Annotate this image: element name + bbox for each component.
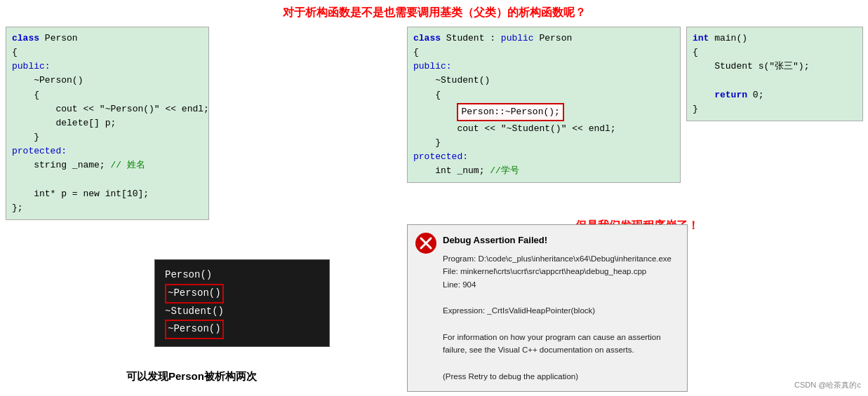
dialog-info: For information on how your program can … [443,331,677,357]
dialog-line: Line: 904 [443,278,677,291]
dialog-title: Debug Assertion Failed! [443,233,677,248]
error-icon [415,232,437,254]
watermark: CSDN @哈茶真的c [794,380,861,390]
caption-double-destruct: 可以发现Person被析构两次 [126,370,257,383]
dialog-program: Program: D:\code\c_plus\inheritance\x64\… [443,252,677,265]
code-block-person: class Person { public: ~Person() { cout … [6,27,209,220]
dialog-file: File: minkernel\crts\ucrt\src\appcrt\hea… [443,265,677,278]
code-block-student: class Student : public Person { public: … [407,27,681,183]
dialog-press: (Press Retry to debug the application) [443,370,677,383]
terminal-output: Person() ~Person() ~Student() ~Person() [154,259,330,347]
top-question: 对于析构函数是不是也需要调用基类（父类）的析构函数呢？ [0,6,868,20]
code-block-main: int main() { Student s("张三"); return 0; … [686,27,863,121]
main-container: 对于析构函数是不是也需要调用基类（父类）的析构函数呢？ class Person… [0,0,868,396]
debug-dialog: Debug Assertion Failed! Program: D:\code… [407,224,688,392]
dialog-expression: Expression: _CrtIsValidHeapPointer(block… [443,304,677,317]
